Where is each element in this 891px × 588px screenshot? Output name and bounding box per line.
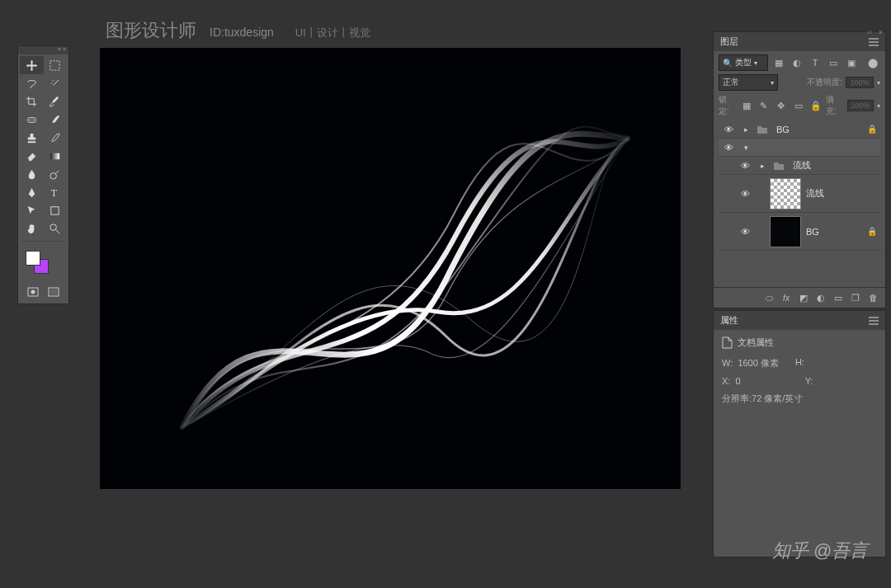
hand-tool[interactable] <box>20 219 44 238</box>
magic-wand-tool[interactable] <box>44 74 68 92</box>
layers-footer: ⬭ fx ◩ ◐ ▭ ❐ 🗑 <box>714 287 885 308</box>
svg-point-5 <box>50 172 57 179</box>
res-label: 分辨率: <box>722 393 752 403</box>
x-value: 0 <box>736 376 741 386</box>
watermark: 知乎 @吾言 <box>772 539 868 563</box>
lock-position-icon[interactable]: ✥ <box>774 99 788 112</box>
gradient-tool[interactable] <box>44 147 68 165</box>
visibility-icon[interactable]: 👁 <box>735 227 755 237</box>
color-swatches[interactable] <box>21 249 65 279</box>
link-layers-icon[interactable]: ⬭ <box>761 291 776 304</box>
marquee-tool[interactable] <box>44 56 68 74</box>
layer-name[interactable]: 流线 <box>788 159 880 172</box>
history-brush-tool[interactable] <box>44 129 68 147</box>
properties-panel-title: 属性 <box>720 314 738 327</box>
eyedropper-tool[interactable] <box>44 92 68 111</box>
patch-tool[interactable] <box>20 111 44 129</box>
filter-pixel-icon[interactable]: ▦ <box>771 56 786 69</box>
opacity-value[interactable]: 100% <box>846 77 874 88</box>
layer-name[interactable]: 流线 <box>801 187 880 200</box>
lasso-tool[interactable] <box>20 74 44 92</box>
w-value: 1600 像素 <box>738 358 779 368</box>
chevron-right-icon[interactable]: ▸ <box>755 162 770 170</box>
group-icon[interactable]: ▭ <box>831 291 846 304</box>
layers-panel-title: 图层 <box>720 35 738 48</box>
move-tool[interactable] <box>20 56 44 74</box>
brush-tool[interactable] <box>44 111 68 129</box>
blur-tool[interactable] <box>20 165 44 183</box>
document-icon <box>722 336 733 349</box>
lock-icon[interactable]: 🔒 <box>864 227 880 236</box>
panel-menu-icon[interactable] <box>869 317 879 325</box>
fill-value[interactable]: 100% <box>847 100 874 111</box>
toolbar-handle[interactable]: « × <box>18 46 68 54</box>
layer-filter-dropdown[interactable]: 🔍类型▾ <box>719 54 768 71</box>
shape-tool[interactable] <box>44 201 68 219</box>
dodge-tool[interactable] <box>44 165 68 183</box>
chevron-down-icon[interactable]: ▾ <box>738 143 753 152</box>
foreground-color-swatch[interactable] <box>26 251 40 266</box>
quickmask-icon[interactable] <box>26 285 40 299</box>
visibility-icon[interactable]: 👁 <box>735 161 755 171</box>
visibility-icon[interactable]: 👁 <box>735 189 755 199</box>
eraser-tool[interactable] <box>20 147 44 165</box>
w-label: W: <box>722 358 733 368</box>
x-label: X: <box>722 376 730 386</box>
svg-point-3 <box>32 119 34 120</box>
header: 图形设计师 ID:tuxdesign UI丨设计丨视觉 <box>106 18 370 43</box>
layer-name[interactable]: BG <box>771 125 864 134</box>
lock-artboard-icon[interactable]: ▭ <box>791 99 805 112</box>
visibility-icon[interactable]: 👁 <box>719 143 738 153</box>
svg-rect-7 <box>51 206 59 214</box>
y-label: Y: <box>805 376 813 386</box>
filter-shape-icon[interactable]: ▭ <box>826 56 841 69</box>
layer-bg[interactable]: 👁 BG 🔒 <box>719 213 880 251</box>
filter-adjust-icon[interactable]: ◐ <box>790 56 804 69</box>
chevron-right-icon[interactable]: ▸ <box>738 125 753 134</box>
svg-rect-4 <box>50 153 59 159</box>
layer-thumbnail[interactable] <box>770 178 801 209</box>
panel-menu-icon[interactable] <box>869 38 879 46</box>
filter-type-icon[interactable]: T <box>808 56 823 69</box>
res-value: 72 像素/英寸 <box>752 393 803 403</box>
layer-thumbnail[interactable] <box>770 216 801 247</box>
svg-rect-12 <box>50 289 57 294</box>
lock-label: 锁定: <box>719 94 736 117</box>
canvas[interactable] <box>100 48 681 489</box>
folder-icon <box>773 161 785 171</box>
screenmode-icon[interactable] <box>46 285 61 299</box>
visibility-icon[interactable]: 👁 <box>719 125 738 134</box>
zoom-tool[interactable] <box>44 219 68 238</box>
stamp-tool[interactable] <box>20 129 44 147</box>
lock-transparency-icon[interactable]: ▦ <box>739 99 753 112</box>
layer-sub-folder[interactable]: 👁 ▸ 流线 <box>719 157 880 175</box>
path-select-tool[interactable] <box>20 201 44 219</box>
new-layer-icon[interactable]: ❐ <box>848 291 863 304</box>
lock-all-icon[interactable]: 🔒 <box>808 99 823 112</box>
adjustment-icon[interactable]: ◐ <box>813 291 828 304</box>
filter-smart-icon[interactable]: ▣ <box>844 56 859 69</box>
blend-mode-dropdown[interactable]: 正常▾ <box>719 74 778 91</box>
header-id: ID:tuxdesign <box>210 26 274 39</box>
svg-rect-1 <box>28 117 35 122</box>
fill-label: 填充: <box>826 94 843 117</box>
layer-group-open[interactable]: 👁 ▾ <box>719 139 880 157</box>
opacity-label: 不透明度: <box>807 77 842 88</box>
properties-panel: 属性 文档属性 W: 1600 像素 H: X: 0 Y: 分辨率:72 像素/… <box>713 310 886 557</box>
svg-rect-0 <box>50 60 59 69</box>
svg-text:T: T <box>51 187 58 199</box>
lock-icon[interactable]: 🔒 <box>864 125 880 134</box>
delete-icon[interactable]: 🗑 <box>865 291 880 304</box>
mask-icon[interactable]: ◩ <box>796 291 811 304</box>
lock-pixels-icon[interactable]: ✎ <box>757 99 771 112</box>
header-links: UI丨设计丨视觉 <box>295 26 370 40</box>
layer-flowline[interactable]: 👁 流线 <box>719 175 880 213</box>
svg-point-8 <box>50 223 57 230</box>
type-tool[interactable]: T <box>44 183 68 201</box>
layer-group-bg[interactable]: 👁 ▸ BG 🔒 <box>719 120 880 139</box>
pen-tool[interactable] <box>20 183 44 201</box>
filter-toggle-icon[interactable]: ⬤ <box>865 56 880 69</box>
fx-icon[interactable]: fx <box>779 291 794 304</box>
crop-tool[interactable] <box>20 92 44 111</box>
layer-name[interactable]: BG <box>801 227 864 237</box>
